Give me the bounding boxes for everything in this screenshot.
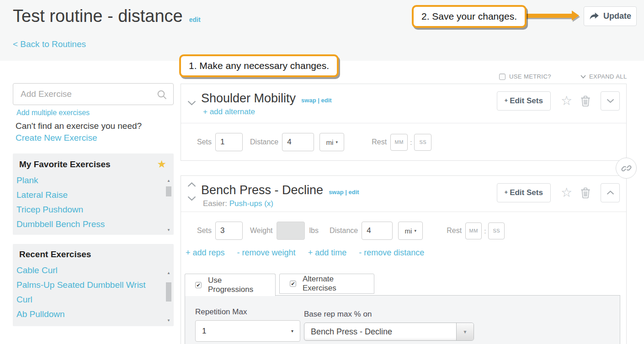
update-button-label: Update: [603, 11, 631, 21]
superset-link-button[interactable]: [616, 158, 637, 179]
use-metric-toggle[interactable]: USE METRIC?: [499, 73, 551, 80]
edit-exercise-link[interactable]: edit: [349, 189, 359, 196]
rest-seconds-input[interactable]: [488, 222, 505, 239]
scroll-up-icon[interactable]: ▲: [165, 270, 172, 276]
sets-label: Sets: [197, 138, 212, 146]
edit-sets-button[interactable]: + Edit Sets: [497, 91, 551, 111]
expand-all-toggle[interactable]: EXPAND ALL: [580, 73, 627, 80]
easier-exercise-link[interactable]: Push-ups (x): [229, 199, 273, 208]
cant-find-text: Can't find an exercise you need?: [16, 121, 142, 131]
exercise-name: Shoulder Mobility: [201, 91, 296, 106]
base-rep-max-field: Base rep max % on Bench Press - Decline …: [304, 307, 474, 342]
distance-input[interactable]: [282, 133, 314, 151]
caret-down-icon: ▾: [291, 328, 293, 333]
tab-label: Use Progressions: [208, 276, 265, 294]
link-separator: |: [345, 189, 347, 196]
chevron-up-icon: [187, 182, 196, 187]
recent-item[interactable]: Palms-Up Seated Dumbbell Wrist Curl: [16, 278, 154, 307]
distance-unit-select[interactable]: mi ▾: [319, 133, 344, 151]
move-up-control[interactable]: [187, 182, 196, 187]
alternate-exercises-checkbox[interactable]: ✔: [290, 280, 296, 287]
caret-down-icon: ▾: [414, 228, 416, 233]
base-rep-max-select[interactable]: Bench Press - Decline ▼: [304, 323, 474, 341]
callout-arrow: [519, 14, 572, 18]
collapse-card-button[interactable]: [601, 183, 620, 202]
create-new-exercise-link[interactable]: Create New Exercise: [16, 133, 97, 143]
recent-item[interactable]: Cable Curl: [16, 263, 154, 278]
page-title-row: Test routine - distance edit: [13, 6, 201, 26]
unit-value: mi: [326, 138, 334, 146]
favorite-item[interactable]: Dumbbell Bench Press: [16, 217, 154, 232]
update-button[interactable]: Update: [584, 6, 637, 26]
add-exercise-search[interactable]: [13, 83, 174, 105]
scroll-down-icon[interactable]: ▼: [165, 227, 172, 233]
add-exercise-input[interactable]: [13, 84, 173, 105]
scroll-up-icon[interactable]: ▲: [165, 177, 172, 184]
star-outline-icon[interactable]: ☆: [561, 95, 572, 107]
recent-scrollbar[interactable]: ▲ ▼: [165, 270, 172, 323]
chain-link-icon: [621, 163, 632, 174]
remove-weight-link[interactable]: - remove weight: [237, 248, 296, 258]
use-progressions-checkbox[interactable]: ✔: [195, 282, 202, 288]
edit-exercise-link[interactable]: edit: [321, 97, 332, 104]
edit-title-link[interactable]: edit: [189, 16, 201, 23]
edit-sets-button[interactable]: + Edit Sets: [497, 183, 551, 202]
use-metric-checkbox[interactable]: [499, 74, 506, 80]
favorites-title: My Favorite Exercises: [19, 159, 111, 169]
move-down-control[interactable]: [187, 196, 196, 201]
select-arrow-icon[interactable]: ▼: [456, 323, 474, 340]
chevron-down-icon: [187, 101, 196, 106]
tab-alternate-exercises[interactable]: ✔ Alternate Exercises: [279, 274, 374, 294]
remove-distance-link[interactable]: - remove distance: [359, 248, 424, 258]
scroll-down-icon[interactable]: ▼: [165, 317, 172, 323]
weight-label: Weight: [250, 227, 273, 235]
recent-list: Cable Curl Palms-Up Seated Dumbbell Wris…: [13, 263, 174, 322]
favorite-item[interactable]: Lateral Raise: [16, 188, 154, 202]
swap-link[interactable]: swap: [329, 189, 344, 196]
recent-item[interactable]: Ab Pulldown: [16, 307, 154, 322]
unit-value: mi: [405, 227, 412, 235]
back-to-routines-link[interactable]: < Back to Routines: [13, 39, 86, 49]
favorite-exercises-box: My Favorite Exercises ★ Plank Lateral Ra…: [13, 153, 174, 235]
rest-label: Rest: [447, 227, 462, 235]
sets-input[interactable]: [215, 222, 243, 240]
distance-input[interactable]: [362, 222, 393, 240]
callout-save-changes: 2. Save your changes.: [412, 5, 527, 28]
rep-max-field: Repetition Max 1 ▾: [195, 307, 300, 342]
favorites-scrollbar[interactable]: ▲ ▼: [165, 177, 172, 233]
favorites-list: Plank Lateral Raise Tricep Pushdown Dumb…: [13, 173, 174, 232]
rep-max-select[interactable]: 1 ▾: [195, 320, 300, 342]
scrollbar-thumb[interactable]: [166, 282, 171, 302]
sets-input[interactable]: [215, 133, 243, 151]
distance-unit-select[interactable]: mi ▾: [398, 222, 423, 240]
add-reps-link[interactable]: + add reps: [186, 248, 225, 258]
page-title: Test routine - distance: [13, 6, 183, 26]
plus-icon: +: [505, 189, 508, 196]
edit-sets-label: Edit Sets: [510, 188, 543, 197]
collapse-card-button[interactable]: [601, 91, 620, 111]
tab-use-progressions[interactable]: ✔ Use Progressions: [185, 274, 276, 296]
add-multiple-exercises-link[interactable]: Add multiple exercises: [16, 109, 90, 117]
favorite-item[interactable]: Plank: [16, 173, 154, 188]
trash-icon[interactable]: [580, 95, 591, 106]
search-icon: [157, 90, 167, 100]
swap-link[interactable]: swap: [301, 97, 316, 104]
rest-minutes-input[interactable]: [390, 134, 408, 151]
add-alternate-link[interactable]: + add alternate: [203, 107, 255, 116]
star-filled-icon[interactable]: ★: [157, 159, 166, 169]
base-rep-max-value: Bench Press - Decline: [304, 327, 392, 337]
easier-label: Easier:: [203, 199, 227, 208]
base-rep-max-label: Base rep max % on: [304, 310, 474, 319]
chevron-down-icon: [580, 75, 586, 79]
chevron-down-icon: [187, 196, 196, 201]
progressions-panel: Repetition Max 1 ▾ Base rep max % on Ben…: [185, 295, 620, 344]
favorite-item[interactable]: Tricep Pushdown: [16, 202, 154, 217]
trash-icon[interactable]: [580, 187, 591, 198]
add-time-link[interactable]: + add time: [308, 248, 347, 258]
star-outline-icon[interactable]: ☆: [561, 186, 572, 199]
move-down-control[interactable]: [187, 101, 196, 106]
sets-label: Sets: [197, 227, 212, 235]
scrollbar-thumb[interactable]: [166, 186, 171, 196]
rest-minutes-input[interactable]: [465, 222, 482, 239]
rest-seconds-input[interactable]: [414, 134, 431, 151]
